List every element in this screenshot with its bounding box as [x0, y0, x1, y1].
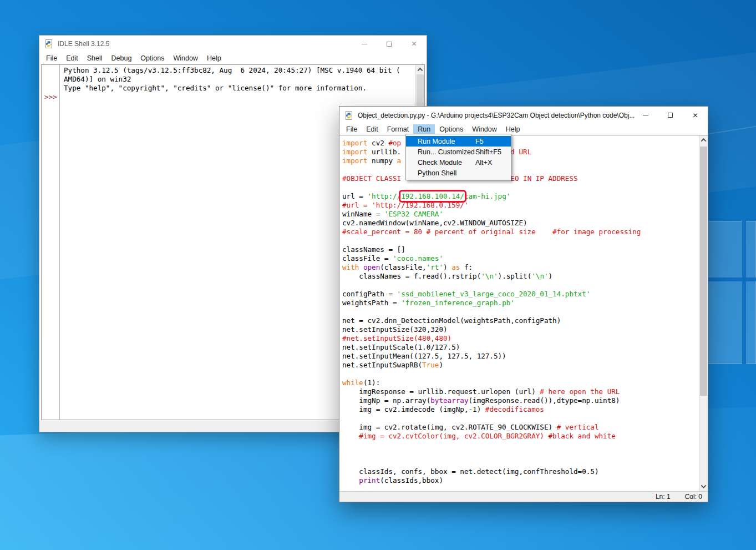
- code-line: winName = 'ESP32 CAMERA': [342, 210, 698, 219]
- menu-edit[interactable]: Edit: [362, 124, 383, 134]
- shell-maximize-button[interactable]: [377, 36, 402, 52]
- chevron-up-icon: [418, 68, 423, 73]
- code-line: while(1):: [342, 379, 698, 387]
- menu-item-label: Python Shell: [418, 169, 456, 177]
- code-token: 'coco.names': [393, 254, 443, 263]
- shell-titlebar[interactable]: IDLE Shell 3.12.5 ✕: [39, 36, 427, 52]
- code-line: img = cv2.rotate(img, cv2.ROTATE_90_CLOC…: [342, 423, 698, 432]
- code-token: True: [422, 361, 439, 369]
- code-token: classNames = []: [342, 245, 405, 254]
- shell-close-button[interactable]: ✕: [402, 36, 427, 52]
- editor-scrollbar-thumb[interactable]: [700, 147, 707, 396]
- code-token: net.setInputSwapRB(: [342, 361, 422, 369]
- shell-output-line: Type "help", "copyright", "credits" or "…: [64, 84, 414, 93]
- scroll-up-arrow[interactable]: [416, 65, 424, 74]
- close-icon: ✕: [411, 41, 417, 47]
- desktop: { "icons": { "close": "✕", "app": "pytho…: [0, 0, 756, 550]
- menu-format[interactable]: Format: [383, 124, 414, 134]
- shell-window-title: IDLE Shell 3.12.5: [58, 40, 109, 48]
- menu-run[interactable]: Run: [413, 124, 435, 134]
- code-token: [342, 476, 359, 485]
- code-token: while: [342, 379, 363, 387]
- code-token: #decodificamos: [485, 405, 544, 413]
- menu-item-shortcut: F5: [475, 138, 484, 145]
- menu-shell[interactable]: Shell: [83, 53, 107, 63]
- editor-close-button[interactable]: ✕: [683, 107, 708, 124]
- code-line: import cv2 #op: [342, 139, 698, 148]
- editor-vertical-scrollbar[interactable]: [699, 135, 708, 491]
- shell-prompt: >>>: [44, 93, 57, 102]
- code-token: net.setInputMean((127.5, 127.5, 127.5)): [342, 352, 506, 360]
- code-token: import: [342, 157, 372, 165]
- code-line: img = cv2.imdecode (imgNp,-1) #decodific…: [342, 405, 698, 414]
- menu-edit[interactable]: Edit: [62, 53, 83, 63]
- menu-options[interactable]: Options: [435, 124, 468, 134]
- editor-menubar: FileEditFormatRunOptionsWindowHelp: [339, 124, 708, 135]
- code-token: bytearray: [430, 396, 468, 405]
- code-token: '\n': [531, 272, 548, 280]
- code-line: imgNp = np.array(bytearray(imgResponse.r…: [342, 396, 698, 405]
- editor-text-area[interactable]: import cv2 #opimport urllib. d URLimport…: [339, 135, 708, 491]
- code-line: [342, 414, 698, 423]
- code-token: '\n': [481, 272, 498, 280]
- editor-minimize-button[interactable]: [633, 107, 658, 124]
- menu-file[interactable]: File: [42, 53, 62, 63]
- editor-window: Object_detection.py.py - G:\Arduino proj…: [339, 106, 708, 502]
- code-token: # here open the URL: [540, 387, 620, 396]
- code-token: (1):: [363, 379, 380, 387]
- scroll-up-arrow[interactable]: [699, 135, 708, 145]
- code-token: as: [451, 263, 460, 271]
- menu-window[interactable]: Window: [468, 124, 501, 134]
- code-line: [342, 458, 698, 467]
- maximize-icon: [387, 42, 392, 47]
- menu-options[interactable]: Options: [136, 53, 169, 63]
- code-token: (classIds,bbox): [380, 476, 443, 485]
- code-line: #img = cv2.cvtColor(img, cv2.COLOR_BGR2G…: [342, 432, 698, 441]
- run-menu-item-run-module[interactable]: Run ModuleF5: [406, 136, 511, 147]
- code-token: (imgResponse.read()),dtype=np.uint8): [468, 396, 620, 405]
- code-content: import cv2 #opimport urllib. d URLimport…: [342, 139, 698, 485]
- editor-titlebar[interactable]: Object_detection.py.py - G:\Arduino proj…: [339, 107, 708, 124]
- run-menu-item-check-module[interactable]: Check ModuleAlt+X: [406, 157, 511, 168]
- run-menu-item-python-shell[interactable]: Python Shell: [406, 168, 511, 178]
- menu-item-shortcut: Alt+X: [475, 159, 492, 166]
- python-file-icon: [344, 111, 353, 120]
- code-line: [342, 307, 698, 316]
- menu-help[interactable]: Help: [202, 53, 226, 63]
- code-token: cv2: [372, 139, 388, 147]
- run-menu-item-run-customized[interactable]: Run... CustomizedShift+F5: [406, 147, 511, 157]
- editor-maximize-button[interactable]: [658, 107, 683, 124]
- menu-file[interactable]: File: [342, 124, 362, 134]
- wallpaper-window-mullion-horizontal: [707, 277, 756, 281]
- code-token: # vertical: [557, 423, 599, 431]
- code-line: classNames = f.read().rstrip('\n').split…: [342, 272, 698, 281]
- code-line: print(classIds,bbox): [342, 476, 698, 485]
- editor-status-bar: Ln: 1 Col: 0: [339, 491, 708, 502]
- code-token: import: [342, 148, 372, 156]
- code-token: #img = cv2.cvtColor(img, cv2.COLOR_BGR2G…: [342, 432, 616, 440]
- scroll-down-arrow[interactable]: [699, 482, 708, 491]
- code-token: cv2.namedWindow(winName,cv2.WINDOW_AUTOS…: [342, 219, 527, 227]
- code-token: f:: [460, 263, 473, 271]
- code-line: url = 'http://192.168.100.14/cam-hi.jpg': [342, 192, 698, 201]
- code-line: [342, 450, 698, 458]
- code-token: #scale_percent = 80 # percent of origina…: [342, 228, 641, 236]
- menu-item-label: Run Module: [418, 138, 455, 145]
- code-token: ): [549, 272, 553, 280]
- code-token: print: [359, 476, 380, 485]
- code-token: #net.setInputSize(480,480): [342, 334, 451, 342]
- code-line: imgResponse = urllib.request.urlopen (ur…: [342, 387, 698, 396]
- code-token: winName =: [342, 210, 384, 218]
- chevron-down-icon: [701, 483, 707, 488]
- menu-item-label: Run... Customized: [418, 148, 475, 156]
- code-token: a: [397, 157, 402, 165]
- menu-debug[interactable]: Debug: [107, 53, 136, 63]
- code-token: classNames = f.read().rstrip(: [342, 272, 481, 280]
- code-token: numpy: [372, 157, 397, 165]
- shell-minimize-button[interactable]: [352, 36, 377, 52]
- menu-window[interactable]: Window: [169, 53, 202, 63]
- code-token: import: [342, 139, 372, 147]
- menu-help[interactable]: Help: [501, 124, 525, 134]
- code-line: net.setInputSwapRB(True): [342, 361, 698, 370]
- menu-item-label: Check Module: [418, 159, 462, 166]
